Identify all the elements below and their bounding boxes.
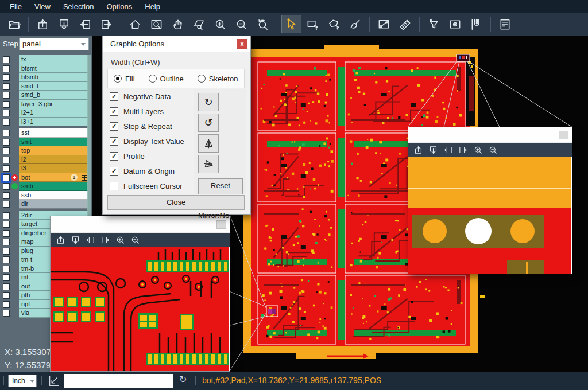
preview-zoom-out-button[interactable] [488,145,498,155]
layer-visibility-checkbox[interactable] [3,239,10,245]
preview-zoom-in-button[interactable] [473,145,483,155]
layer-visibility-checkbox[interactable] [3,110,10,116]
step-dropdown[interactable]: panel [19,38,89,50]
layer-visibility-checkbox[interactable] [3,56,10,63]
toolbar-zoom-area-button[interactable] [189,15,209,33]
preview-pan-up-button[interactable] [56,235,65,245]
toolbar-open-file-button[interactable] [4,15,24,33]
refresh-icon[interactable]: ↻ [179,374,187,385]
layer-visibility-checkbox[interactable] [3,230,10,237]
menu-help[interactable]: Help [138,2,167,11]
checkbox-display-text-value[interactable]: ✓Display Text Value [110,134,184,149]
radio-skeleton[interactable]: Skeleton [198,75,238,83]
preview-pan-up-button[interactable] [413,145,423,155]
toolbar-clear-layer-button[interactable] [345,15,365,33]
close-button[interactable]: Close [107,195,245,210]
toolbar-filter-button[interactable] [424,15,444,33]
flip-vertical-button[interactable] [198,155,219,173]
layer-name[interactable]: smd_b [19,91,88,100]
layer-visibility-checkbox[interactable] [3,119,10,126]
layer-name[interactable]: bot [19,173,88,182]
reset-button[interactable]: Reset [198,178,243,194]
menu-file[interactable]: File [3,2,28,11]
toolbar-snap-button[interactable] [466,15,486,33]
command-input[interactable] [64,374,173,388]
layer-visibility-checkbox[interactable] [3,139,10,146]
checkbox-step-repeat[interactable]: ✓Step & Repeat [110,119,184,134]
toolbar-ruler-button[interactable] [395,15,415,33]
layer-name[interactable]: l2+1 [19,108,88,118]
toolbar-zoom-out-button[interactable] [231,15,252,33]
layer-name[interactable]: smd_t [19,82,88,91]
rotate-ccw-button[interactable]: ↺ [198,114,219,132]
rotate-cw-button[interactable]: ↻ [198,93,219,111]
unit-dropdown[interactable]: Inch [8,375,37,387]
layer-name[interactable]: sst [19,128,88,138]
preview-pan-left-button[interactable] [443,145,453,155]
layer-name[interactable]: fx [19,55,88,64]
layer-name[interactable]: l3+1 [19,118,88,127]
window-titlebar[interactable] [408,127,572,143]
layer-visibility-checkbox[interactable] [3,83,10,90]
radio-fill[interactable]: Fill [114,75,135,83]
layer-visibility-checkbox[interactable] [3,256,10,263]
checkbox-fullscreen-cursor[interactable]: Fullscreen Cursor [110,178,184,193]
layer-name[interactable]: l2 [19,155,88,165]
layer-visibility-checkbox[interactable] [3,157,10,163]
layer-visibility-checkbox[interactable] [3,147,10,154]
toolbar-zoom-previous-button[interactable] [253,15,273,33]
toolbar-pan-up-button[interactable] [33,15,53,33]
layer-visibility-checkbox[interactable] [3,266,10,272]
dialog-title[interactable]: Graphic Options [103,36,250,52]
pick-corner-icon[interactable] [47,375,60,387]
toolbar-zoom-in-button[interactable] [210,15,230,33]
layer-visibility-checkbox[interactable] [3,292,10,299]
layer-visibility-checkbox[interactable] [3,212,10,219]
layer-visibility-checkbox[interactable] [3,183,10,190]
layer-visibility-checkbox[interactable] [3,74,10,81]
checkbox-multi-layers[interactable]: ✓Multi Layers [110,104,184,119]
layer-visibility-checkbox[interactable] [3,274,10,281]
radio-outline[interactable]: Outline [149,75,184,83]
window-button[interactable] [559,131,568,139]
toolbar-measure-button[interactable] [374,15,394,33]
toolbar-pan-left-button[interactable] [75,15,95,33]
toolbar-pan-down-button[interactable] [54,15,74,33]
layer-visibility-checkbox[interactable] [3,92,10,99]
layer-visibility-checkbox[interactable] [3,165,10,172]
toolbar-layer-table-button[interactable] [495,15,515,33]
layer-visibility-checkbox[interactable] [3,65,10,72]
layer-name[interactable]: top [19,146,88,155]
layer-name[interactable]: ssb [19,191,88,200]
toolbar-pan-right-button[interactable] [96,15,117,33]
layer-visibility-checkbox[interactable] [3,174,10,181]
checkbox-profile[interactable]: ✓Profile [110,149,184,163]
flip-horizontal-button[interactable] [198,134,219,153]
layer-visibility-checkbox[interactable] [3,301,10,308]
layer-visibility-checkbox[interactable] [3,283,10,290]
layer-visibility-checkbox[interactable] [3,201,10,208]
toolbar-select-rect-button[interactable] [303,15,323,33]
layer-visibility-checkbox[interactable] [3,130,10,136]
toolbar-select-poly-button[interactable] [324,15,344,33]
layer-name[interactable]: layer_3.gbr [19,100,88,109]
layer-name[interactable]: l3 [19,164,88,173]
toolbar-home-view-button[interactable] [125,15,145,33]
preview-pan-down-button[interactable] [71,235,80,245]
zoom-source-marker-top[interactable] [457,54,470,61]
layer-visibility-checkbox[interactable] [3,248,10,255]
toolbar-select-cursor-button[interactable] [281,15,301,33]
toolbar-pan-hand-button[interactable] [168,15,188,33]
layer-visibility-checkbox[interactable] [3,221,10,228]
preview-zoom-out-button[interactable] [130,235,140,245]
layer-visibility-checkbox[interactable] [3,101,10,108]
layer-name[interactable]: dir [19,200,88,209]
preview-pan-right-button[interactable] [458,145,468,155]
toolbar-zoom-window-button[interactable] [146,15,167,33]
layer-name[interactable]: bfsmt [19,64,88,73]
menu-selection[interactable]: Selection [57,2,100,11]
menu-view[interactable]: View [28,2,57,11]
toolbar-view-options-button[interactable] [445,15,465,33]
layer-name[interactable]: smt [19,138,88,147]
checkbox-datum-origin[interactable]: ✓Datum & Origin [110,163,184,178]
